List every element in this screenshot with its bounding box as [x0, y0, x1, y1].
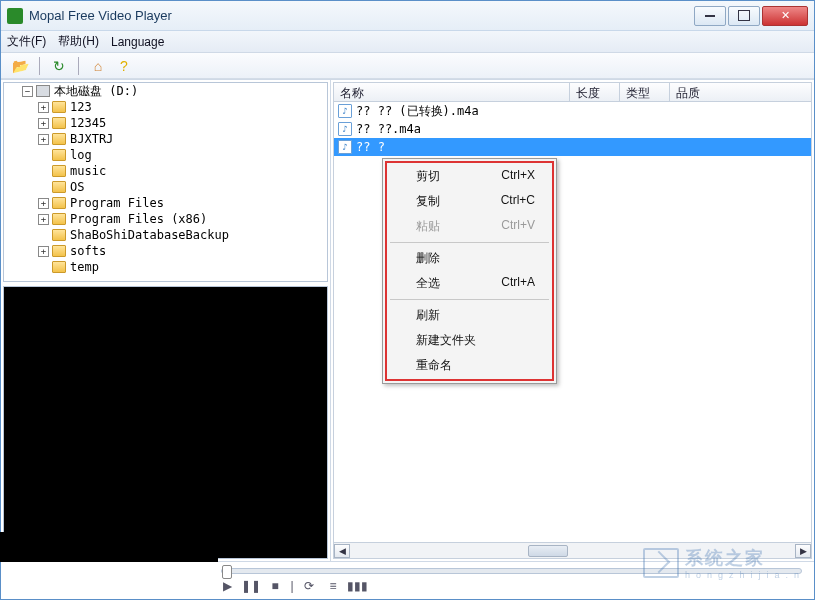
menu-new-folder[interactable]: 新建文件夹: [388, 328, 551, 353]
tree-node[interactable]: log: [4, 147, 327, 163]
minimize-button[interactable]: [694, 6, 726, 26]
seek-bar[interactable]: [221, 568, 802, 574]
menu-rename-label: 重命名: [416, 357, 452, 374]
tree-label: ShaBoShiDatabaseBackup: [70, 228, 229, 242]
tree-node[interactable]: +123: [4, 99, 327, 115]
tree-label: 123: [70, 100, 92, 114]
folder-tree[interactable]: − 本地磁盘 (D:) +123 +12345 +BJXTRJ log musi…: [3, 82, 328, 282]
menu-file[interactable]: 文件(F): [7, 33, 46, 50]
folder-icon: [52, 181, 66, 193]
context-menu: 剪切Ctrl+X 复制Ctrl+C 粘贴Ctrl+V 删除 全选Ctrl+A 刷…: [382, 158, 557, 384]
close-button[interactable]: [762, 6, 808, 26]
folder-icon: [52, 165, 66, 177]
expand-icon[interactable]: +: [38, 134, 49, 145]
menu-cut-shortcut: Ctrl+X: [501, 168, 535, 185]
tree-node[interactable]: temp: [4, 259, 327, 275]
help-button[interactable]: ?: [113, 55, 135, 77]
folder-icon: [52, 229, 66, 241]
player-controls: ▶ ❚❚ ■ | ⟳ ≡ ▮▮▮: [1, 561, 814, 599]
toolbar-separator: [78, 57, 79, 75]
folder-icon: [52, 117, 66, 129]
tree-label: OS: [70, 180, 84, 194]
home-icon: ⌂: [94, 58, 102, 74]
refresh-icon: ↻: [53, 58, 65, 74]
menu-select-all[interactable]: 全选Ctrl+A: [388, 271, 551, 296]
stop-button[interactable]: ■: [265, 577, 285, 595]
separator: |: [289, 577, 295, 595]
menu-delete-label: 删除: [416, 250, 440, 267]
repeat-button[interactable]: ⟳: [299, 577, 319, 595]
menu-delete[interactable]: 删除: [388, 246, 551, 271]
list-header: 名称 长度 类型 品质: [333, 82, 812, 102]
tree-node[interactable]: music: [4, 163, 327, 179]
menu-rename[interactable]: 重命名: [388, 353, 551, 378]
scroll-thumb[interactable]: [528, 545, 568, 557]
playlist-button[interactable]: ≡: [323, 577, 343, 595]
tree-node[interactable]: ShaBoShiDatabaseBackup: [4, 227, 327, 243]
menu-select-all-label: 全选: [416, 275, 440, 292]
expand-icon[interactable]: +: [38, 118, 49, 129]
menu-copy-shortcut: Ctrl+C: [501, 193, 535, 210]
tree-label: BJXTRJ: [70, 132, 113, 146]
scroll-left-icon[interactable]: ◀: [334, 544, 350, 558]
home-button[interactable]: ⌂: [87, 55, 109, 77]
folder-icon: [52, 133, 66, 145]
play-button[interactable]: ▶: [217, 577, 237, 595]
expand-icon[interactable]: +: [38, 102, 49, 113]
menu-language[interactable]: Language: [111, 35, 164, 49]
folder-icon: [52, 261, 66, 273]
menu-refresh-label: 刷新: [416, 307, 440, 324]
drive-icon: [36, 85, 50, 97]
menu-paste: 粘贴Ctrl+V: [388, 214, 551, 239]
left-panel: − 本地磁盘 (D:) +123 +12345 +BJXTRJ log musi…: [1, 80, 331, 561]
tree-node[interactable]: +softs: [4, 243, 327, 259]
pause-button[interactable]: ❚❚: [241, 577, 261, 595]
file-list-panel: 名称 长度 类型 品质 ?? ?? (已转换).m4a ?? ??.m4a ??…: [333, 82, 812, 559]
refresh-button[interactable]: ↻: [48, 55, 70, 77]
collapse-icon[interactable]: −: [22, 86, 33, 97]
menu-copy-label: 复制: [416, 193, 440, 210]
tree-node[interactable]: OS: [4, 179, 327, 195]
expand-icon[interactable]: +: [38, 246, 49, 257]
horizontal-scrollbar[interactable]: ◀ ▶: [333, 543, 812, 559]
tree-node[interactable]: +Program Files (x86): [4, 211, 327, 227]
tree-root[interactable]: − 本地磁盘 (D:): [4, 83, 327, 99]
expand-icon[interactable]: +: [38, 198, 49, 209]
tree-node[interactable]: +12345: [4, 115, 327, 131]
audio-file-icon: [338, 122, 352, 136]
tree-label: temp: [70, 260, 99, 274]
menu-paste-label: 粘贴: [416, 218, 440, 235]
scroll-track[interactable]: [350, 544, 795, 558]
column-length[interactable]: 长度: [570, 83, 620, 101]
video-preview: [3, 286, 328, 559]
tree-label: Program Files (x86): [70, 212, 207, 226]
list-item[interactable]: ?? ?? (已转换).m4a: [334, 102, 811, 120]
expand-icon[interactable]: +: [38, 214, 49, 225]
audio-file-icon: [338, 104, 352, 118]
tree-node[interactable]: +Program Files: [4, 195, 327, 211]
column-quality[interactable]: 品质: [670, 83, 811, 101]
context-menu-highlight: 剪切Ctrl+X 复制Ctrl+C 粘贴Ctrl+V 删除 全选Ctrl+A 刷…: [385, 161, 554, 381]
list-item[interactable]: ?? ??.m4a: [334, 120, 811, 138]
menu-cut[interactable]: 剪切Ctrl+X: [388, 164, 551, 189]
column-name[interactable]: 名称: [334, 83, 570, 101]
toolbar-separator: [39, 57, 40, 75]
maximize-button[interactable]: [728, 6, 760, 26]
open-folder-button[interactable]: 📂: [9, 55, 31, 77]
equalizer-button[interactable]: ▮▮▮: [347, 577, 367, 595]
folder-open-icon: 📂: [12, 58, 29, 74]
seek-thumb[interactable]: [222, 565, 232, 579]
audio-file-icon: [338, 140, 352, 154]
column-type[interactable]: 类型: [620, 83, 670, 101]
toolbar: 📂 ↻ ⌂ ?: [1, 53, 814, 79]
scroll-right-icon[interactable]: ▶: [795, 544, 811, 558]
window-controls: [694, 6, 808, 26]
main-content: − 本地磁盘 (D:) +123 +12345 +BJXTRJ log musi…: [1, 79, 814, 561]
menu-copy[interactable]: 复制Ctrl+C: [388, 189, 551, 214]
tree-node[interactable]: +BJXTRJ: [4, 131, 327, 147]
menu-refresh[interactable]: 刷新: [388, 303, 551, 328]
file-list[interactable]: ?? ?? (已转换).m4a ?? ??.m4a ?? ? 剪切Ctrl+X …: [333, 102, 812, 543]
folder-icon: [52, 149, 66, 161]
menu-help[interactable]: 帮助(H): [58, 33, 99, 50]
list-item-selected[interactable]: ?? ?: [334, 138, 811, 156]
